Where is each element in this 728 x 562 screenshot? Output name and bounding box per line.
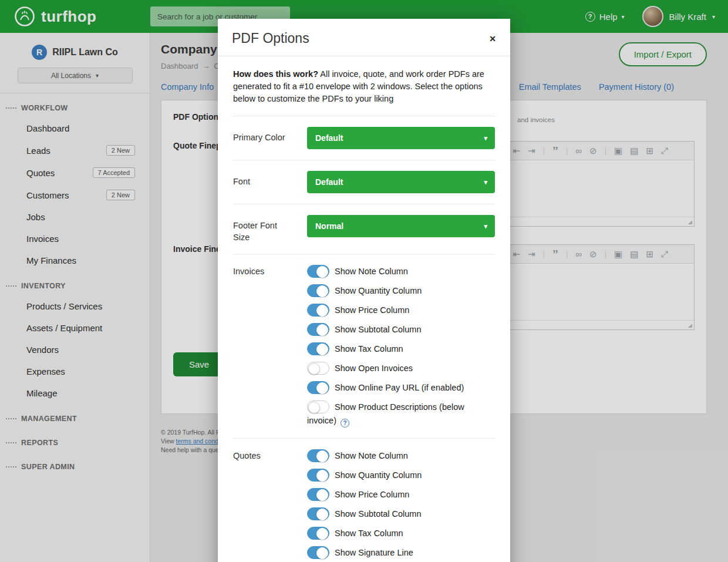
chevron-down-icon: ▾ — [484, 223, 487, 230]
toggle-label: Show Online Pay URL (if enabled) — [335, 383, 464, 392]
toggle-show-price-column[interactable] — [307, 304, 329, 317]
select-value: Normal — [315, 221, 343, 231]
toggle-label: Show Subtotal Column — [335, 325, 422, 334]
toggle-show-quantity-column-quotes[interactable] — [307, 469, 329, 482]
toggle-show-signature-line[interactable] — [307, 546, 329, 559]
toggle-label: Show Note Column — [335, 267, 408, 276]
toggle-label: Show Product Descriptions (below invoice… — [307, 402, 464, 425]
toggle-row: Show Tax Column — [307, 527, 495, 540]
field-row-footer-font-size: Footer Font Size Normal ▾ — [233, 204, 495, 254]
toggle-show-quantity-column[interactable] — [307, 284, 329, 297]
toggle-label: Show Signature Line — [335, 548, 413, 557]
toggle-row: Show Subtotal Column — [307, 323, 495, 336]
toggle-row: Show Tax Column — [307, 342, 495, 356]
invoices-options-group: Invoices Show Note Column Show Quantity … — [233, 254, 495, 439]
toggle-label: Show Tax Column — [335, 344, 403, 354]
toggle-show-product-descriptions-invoice[interactable] — [307, 401, 329, 413]
toggle-row: Show Note Column — [307, 449, 495, 463]
toggle-show-subtotal-column[interactable] — [307, 323, 329, 336]
toggle-label: Show Quantity Column — [335, 286, 422, 295]
toggle-show-price-column-quotes[interactable] — [307, 488, 329, 501]
toggle-show-note-column[interactable] — [307, 265, 329, 278]
toggle-row: Show Note Column — [307, 265, 495, 278]
toggle-row: Show Price Column — [307, 488, 495, 502]
toggle-label: Show Price Column — [335, 490, 409, 499]
toggle-label: Show Tax Column — [335, 529, 403, 538]
toggle-show-tax-column-quotes[interactable] — [307, 527, 329, 540]
intro-bold: How does this work? — [233, 69, 318, 79]
toggle-label: Show Open Invoices — [335, 364, 413, 373]
help-icon[interactable]: ? — [341, 419, 349, 428]
toggle-show-open-invoices[interactable] — [307, 362, 329, 375]
pdf-options-modal: PDF Options ✕ How does this work? All in… — [218, 19, 510, 562]
modal-intro: How does this work? All invoice, quote, … — [233, 56, 495, 116]
modal-title: PDF Options — [232, 31, 309, 46]
font-select[interactable]: Default ▾ — [307, 171, 495, 193]
toggle-label: Show Quantity Column — [335, 470, 422, 480]
toggle-label: Show Subtotal Column — [335, 509, 422, 519]
toggle-row: Show Product Descriptions (below invoice… — [307, 401, 495, 428]
toggle-label: Show Note Column — [335, 451, 408, 460]
select-value: Default — [315, 177, 343, 187]
group-label: Quotes — [233, 449, 292, 562]
toggle-show-subtotal-column-quotes[interactable] — [307, 507, 329, 520]
field-row-font: Font Default ▾ — [233, 160, 495, 204]
toggle-row: Show Signature Line — [307, 546, 495, 560]
field-row-primary-color: Primary Color Default ▾ — [233, 116, 495, 160]
quotes-options-group: Quotes Show Note Column Show Quantity Co… — [233, 439, 495, 562]
toggle-row: Show Online Pay URL (if enabled) — [307, 381, 495, 395]
field-label: Footer Font Size — [233, 215, 292, 243]
toggle-row: Show Subtotal Column — [307, 507, 495, 521]
close-icon[interactable]: ✕ — [489, 34, 496, 43]
group-label: Invoices — [233, 265, 292, 428]
select-value: Default — [315, 133, 343, 143]
chevron-down-icon: ▾ — [484, 179, 487, 186]
toggle-row: Show Price Column — [307, 304, 495, 317]
toggle-row: Show Open Invoices — [307, 362, 495, 375]
field-label: Primary Color — [233, 127, 292, 149]
chevron-down-icon: ▾ — [484, 134, 487, 142]
footer-font-size-select[interactable]: Normal ▾ — [307, 215, 495, 237]
field-label: Font — [233, 171, 292, 193]
toggle-show-note-column-quotes[interactable] — [307, 449, 329, 462]
toggle-row: Show Quantity Column — [307, 284, 495, 298]
toggle-show-online-pay-url[interactable] — [307, 381, 329, 394]
toggle-label: Show Price Column — [335, 305, 409, 315]
toggle-row: Show Quantity Column — [307, 469, 495, 482]
primary-color-select[interactable]: Default ▾ — [307, 127, 495, 149]
toggle-show-tax-column[interactable] — [307, 342, 329, 355]
